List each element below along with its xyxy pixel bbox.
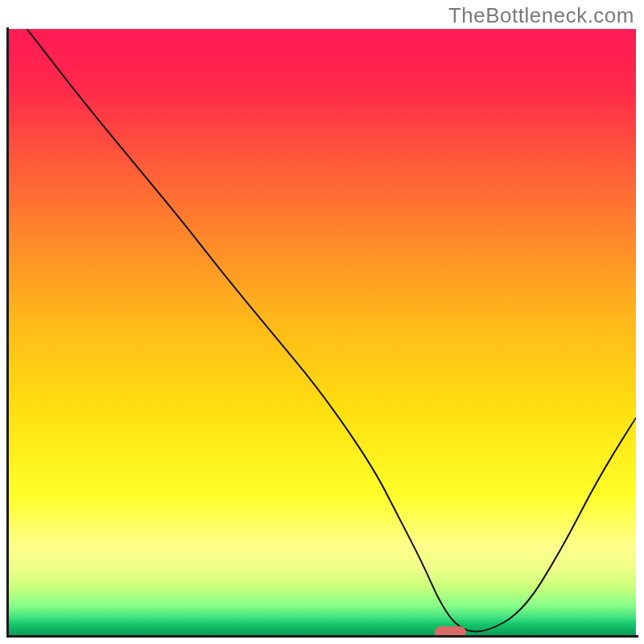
x-axis — [6, 635, 638, 638]
chart-container: TheBottleneck.com — [0, 0, 644, 644]
bottleneck-curve — [8, 29, 636, 636]
y-axis — [6, 27, 9, 638]
plot-area — [8, 29, 636, 636]
watermark-text: TheBottleneck.com — [448, 3, 634, 28]
